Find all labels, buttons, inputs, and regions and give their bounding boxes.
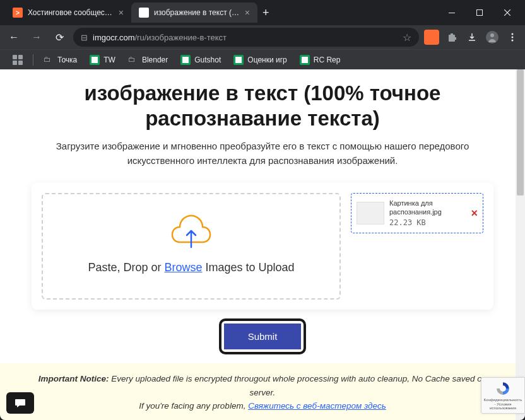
addressbar: ← → ⟳ ⊟ imgocr.com/ru/изображение-в-текс… xyxy=(0,25,525,49)
bookmark-item[interactable]: Gutshot xyxy=(175,52,226,67)
svg-point-5 xyxy=(512,37,514,38)
tabs: Хостинговое сообщество «Tim × изображени… xyxy=(5,0,439,25)
separator xyxy=(33,54,33,66)
bookmarks-bar: 🗀Точка TW 🗀Blender Gutshot Оценки игр RC… xyxy=(0,49,525,69)
file-size: 22.23 KB xyxy=(389,218,478,228)
extensions-menu-icon[interactable] xyxy=(444,30,459,45)
page-subtitle: Загрузите изображение и мгновенно преобр… xyxy=(30,139,495,168)
upload-card: Paste, Drop or Browse Images to Upload К… xyxy=(32,183,493,310)
svg-rect-0 xyxy=(449,13,455,13)
tab-close-icon[interactable]: × xyxy=(119,8,124,18)
url-text: imgocr.com/ru/изображение-в-текст xyxy=(93,33,398,42)
file-name: Картинка для распознания.jpg xyxy=(389,199,478,217)
bookmark-item[interactable]: 🗀Blender xyxy=(123,52,173,67)
recaptcha-icon xyxy=(494,380,512,397)
notice-banner: Important Notice: Every uploaded file is… xyxy=(0,363,525,420)
contact-link[interactable]: Свяжитесь с веб-мастером здесь xyxy=(248,401,386,411)
sheet-icon xyxy=(180,55,191,65)
cloud-upload-icon xyxy=(168,212,214,250)
recaptcha-badge[interactable]: Конфиденциальность - Условия использован… xyxy=(481,377,525,414)
tab-inactive[interactable]: Хостинговое сообщество «Tim × xyxy=(5,3,131,23)
svg-point-6 xyxy=(512,40,514,42)
sheet-icon xyxy=(90,55,100,65)
remove-file-icon[interactable]: × xyxy=(471,207,478,220)
submit-button[interactable]: Submit xyxy=(224,324,302,349)
folder-icon: 🗀 xyxy=(44,55,54,65)
submit-highlight: Submit xyxy=(219,318,307,354)
recaptcha-text: Конфиденциальность - Условия использован… xyxy=(484,398,522,411)
profile-icon[interactable] xyxy=(485,30,500,45)
minimize-button[interactable] xyxy=(439,3,464,22)
tab-title: Хостинговое сообщество «Tim xyxy=(28,8,114,17)
svg-point-4 xyxy=(512,33,514,35)
favicon-icon xyxy=(13,8,23,18)
tab-active[interactable]: изображение в текст (100% то × xyxy=(131,3,257,23)
folder-icon: 🗀 xyxy=(128,55,138,65)
tab-title: изображение в текст (100% то xyxy=(154,8,240,17)
bookmark-item[interactable]: RC Rep xyxy=(295,52,346,67)
bookmark-item[interactable]: 🗀Точка xyxy=(38,52,82,67)
menu-icon[interactable] xyxy=(505,30,520,45)
site-info-icon[interactable]: ⊟ xyxy=(81,33,88,42)
browse-link[interactable]: Browse xyxy=(164,261,202,274)
apps-button[interactable] xyxy=(8,52,28,67)
bookmark-item[interactable]: Оценки игр xyxy=(228,52,292,67)
svg-rect-1 xyxy=(477,10,483,16)
reload-button[interactable]: ⟳ xyxy=(50,28,68,46)
file-panel: Картинка для распознания.jpg 22.23 KB × xyxy=(351,193,483,300)
file-thumbnail xyxy=(357,202,384,225)
back-button[interactable]: ← xyxy=(5,28,23,46)
forward-button[interactable]: → xyxy=(28,28,45,46)
chat-button[interactable] xyxy=(6,392,34,414)
sheet-icon xyxy=(300,55,310,65)
scrollbar[interactable] xyxy=(516,69,525,420)
submit-wrap: Submit xyxy=(30,318,495,354)
notice-line2: If you're facing any problem, xyxy=(139,401,248,411)
downloads-icon[interactable] xyxy=(464,30,480,45)
scrollbar-thumb[interactable] xyxy=(517,69,524,195)
maximize-button[interactable] xyxy=(467,3,492,22)
file-info: Картинка для распознания.jpg 22.23 KB xyxy=(389,199,478,228)
notice-label: Important Notice: xyxy=(38,374,109,383)
dropzone[interactable]: Paste, Drop or Browse Images to Upload xyxy=(42,193,341,300)
file-item: Картинка для распознания.jpg 22.23 KB × xyxy=(351,193,483,233)
window-controls xyxy=(439,3,520,22)
new-tab-button[interactable]: + xyxy=(257,6,274,20)
tab-close-icon[interactable]: × xyxy=(245,8,250,18)
bookmark-star-icon[interactable]: ☆ xyxy=(403,32,411,44)
url-box[interactable]: ⊟ imgocr.com/ru/изображение-в-текст ☆ xyxy=(73,28,419,47)
close-button[interactable] xyxy=(495,3,520,22)
page: изображение в текст (100% точное распозн… xyxy=(0,69,525,354)
drop-text: Paste, Drop or Browse Images to Upload xyxy=(88,261,294,274)
favicon-icon xyxy=(139,8,149,18)
sheet-icon xyxy=(233,55,244,65)
titlebar: Хостинговое сообщество «Tim × изображени… xyxy=(0,0,525,25)
bookmark-item[interactable]: TW xyxy=(85,52,121,67)
page-title: изображение в текст (100% точное распозн… xyxy=(30,81,495,131)
content: изображение в текст (100% точное распозн… xyxy=(0,69,525,420)
notice-text: Every uploaded file is encrypted througo… xyxy=(109,374,487,397)
svg-point-3 xyxy=(490,33,494,37)
extension-icon[interactable] xyxy=(424,30,439,45)
